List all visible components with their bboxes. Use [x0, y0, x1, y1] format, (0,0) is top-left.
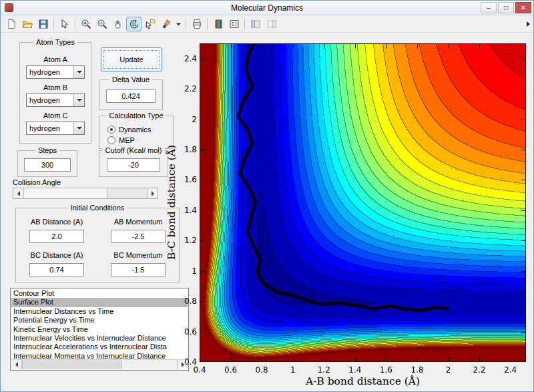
contour-plot-canvas[interactable]: [200, 43, 526, 362]
dropdown-button[interactable]: [73, 66, 84, 78]
atom-a-label: Atom A: [43, 55, 67, 63]
radio-option-dynamics[interactable]: Dynamics: [107, 124, 173, 135]
initial-conditions-title: Initial Conditions: [68, 204, 127, 212]
radio-button-icon: [107, 126, 115, 134]
bc-distance-label: BC Distance (A): [16, 251, 97, 260]
toolbar-separator: [53, 18, 54, 30]
toolbar: [1, 15, 533, 33]
list-item[interactable]: Internuclear Velocities vs Internuclear …: [11, 334, 188, 343]
slider-track[interactable]: [24, 188, 147, 198]
minimize-button[interactable]: –: [481, 2, 497, 13]
initial-conditions-group: Initial Conditions AB Distance (A) AB Mo…: [15, 208, 180, 282]
steps-field[interactable]: 300: [24, 158, 71, 172]
insert-legend-icon: [229, 19, 240, 29]
y-tick-label: 2: [180, 115, 197, 124]
radio-option-mep[interactable]: MEP: [107, 135, 173, 146]
y-tick-label: 0.4: [180, 357, 197, 367]
steps-title: Steps: [35, 146, 59, 154]
delta-value-group: Delta Value 0.424: [99, 79, 163, 110]
insert-colorbar-icon: [213, 19, 224, 29]
edit-plot-icon: [59, 19, 70, 29]
x-tick-label: 2.4: [499, 365, 522, 375]
insert-colorbar-button[interactable]: [210, 17, 226, 31]
y-tick-label: 2.2: [180, 84, 197, 93]
list-item[interactable]: Kinetic Energy vs Time: [11, 325, 188, 334]
maximize-button[interactable]: □: [498, 2, 514, 13]
open-folder-button[interactable]: [19, 17, 35, 31]
save-icon: [38, 19, 49, 29]
zoom-in-button[interactable]: [78, 17, 93, 31]
show-plot-tools-button[interactable]: [264, 17, 279, 31]
slider-left-arrow[interactable]: [13, 188, 24, 198]
ab-distance-label: AB Distance (A): [16, 218, 97, 227]
y-tick-label: 0.6: [180, 327, 197, 337]
list-item[interactable]: Internuclear Distances vs Time: [11, 307, 188, 316]
hide-plot-tools-button[interactable]: [248, 17, 263, 31]
x-tick-label: 2.2: [468, 365, 491, 375]
scrollbar-thumb[interactable]: [22, 360, 122, 369]
atom-b-dropdown[interactable]: hydrogen: [26, 93, 85, 107]
scrollbar-left-arrow[interactable]: [11, 360, 22, 369]
dropdown-button[interactable]: [73, 94, 84, 106]
bc-momentum-field[interactable]: -1.5: [111, 263, 166, 276]
x-tick-label: 1.4: [344, 365, 366, 375]
zoom-out-button[interactable]: [94, 17, 109, 31]
atom-a-value: hydrogen: [29, 68, 60, 76]
collision-angle-label: Collision Angle: [13, 178, 61, 186]
plot-type-listbox[interactable]: Contour PlotSurface PlotInternuclear Dis…: [10, 288, 189, 371]
open-folder-icon: [22, 19, 33, 29]
molecular-dynamics-app-icon: [5, 3, 13, 12]
y-tick-label: 1.6: [180, 175, 197, 184]
listbox-horizontal-scrollbar[interactable]: [11, 359, 188, 369]
x-tick-label: 2: [437, 365, 460, 375]
edit-plot-button[interactable]: [57, 17, 72, 31]
delta-value-field[interactable]: 0.424: [106, 89, 156, 103]
brush-button[interactable]: [158, 17, 174, 31]
delta-value-title: Delta Value: [109, 75, 152, 83]
pan-button[interactable]: [110, 17, 125, 31]
list-item[interactable]: Internuclear Momenta vs Internuclear Dis…: [11, 352, 188, 359]
update-button[interactable]: Update: [101, 47, 162, 71]
close-button[interactable]: ✕: [515, 2, 531, 13]
zoom-in-icon: [81, 19, 91, 29]
atom-c-dropdown[interactable]: hydrogen: [26, 122, 85, 135]
list-item[interactable]: Internuclear Accelerations vs Internucle…: [11, 343, 188, 351]
window-controls: – □ ✕: [481, 2, 531, 13]
calculation-type-group: Calculation Type Dynamics MEP: [99, 116, 174, 149]
save-button[interactable]: [35, 17, 51, 31]
ab-momentum-field[interactable]: -2.5: [111, 230, 166, 243]
collision-angle-slider[interactable]: [13, 188, 158, 199]
list-item[interactable]: Potential Energy vs Time: [11, 316, 188, 325]
show-plot-tools-icon: [266, 19, 277, 29]
slider-right-arrow[interactable]: [147, 188, 158, 198]
brush-arrow-button[interactable]: [174, 17, 183, 31]
app-window: Molecular Dynamics – □ ✕ Atom Types Atom…: [0, 0, 534, 392]
insert-legend-button[interactable]: [226, 17, 242, 31]
ab-distance-field[interactable]: 2.0: [29, 230, 84, 243]
rotate-3d-button[interactable]: [126, 17, 142, 31]
y-tick-label: 2.4: [180, 54, 197, 63]
new-document-icon: [6, 19, 17, 29]
main-area: Atom Types Atom A hydrogen Atom B hydrog…: [1, 33, 533, 391]
list-item[interactable]: Surface Plot: [11, 298, 188, 307]
slider-thumb[interactable]: [24, 188, 107, 198]
y-tick-label: 0.8: [180, 297, 197, 306]
steps-group: Steps 300: [17, 150, 77, 177]
cutoff-field[interactable]: -20: [107, 158, 160, 172]
new-document-button[interactable]: [3, 17, 19, 31]
x-tick-label: 1: [282, 365, 304, 375]
chevron-down-icon: [77, 71, 82, 73]
chevron-down-icon: [77, 127, 82, 130]
dropdown-button[interactable]: [73, 122, 84, 134]
x-axis-label: A-B bond distance (Å): [200, 375, 526, 387]
print-button[interactable]: [189, 17, 204, 31]
toolbar-overflow-icon[interactable]: [527, 21, 530, 27]
bc-distance-field[interactable]: 0.74: [29, 263, 84, 276]
y-tick-label: 1.4: [180, 206, 197, 215]
atom-a-dropdown[interactable]: hydrogen: [26, 65, 85, 79]
data-cursor-button[interactable]: [142, 17, 158, 31]
rotate-3d-icon: [129, 19, 140, 29]
scrollbar-track[interactable]: [22, 360, 177, 369]
list-item[interactable]: Contour Plot: [11, 289, 188, 298]
titlebar[interactable]: Molecular Dynamics – □ ✕: [1, 1, 533, 15]
